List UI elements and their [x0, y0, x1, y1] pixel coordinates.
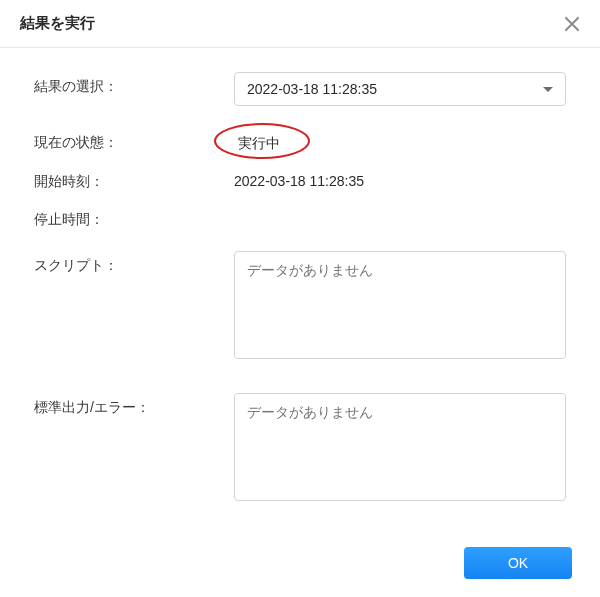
select-result-wrap: 2022-03-18 11:28:35 — [234, 72, 566, 106]
start-time-value: 2022-03-18 11:28:35 — [234, 167, 566, 189]
status-value-wrap: 実行中 — [234, 128, 566, 153]
dialog-body: 結果の選択： 2022-03-18 11:28:35 現在の状態： 実行中 開始… — [0, 48, 600, 531]
select-result-value: 2022-03-18 11:28:35 — [247, 81, 377, 97]
field-row-select-result: 結果の選択： 2022-03-18 11:28:35 — [34, 72, 566, 106]
dialog-footer: OK — [0, 531, 600, 597]
stop-time-value — [234, 205, 566, 211]
dialog-title: 結果を実行 — [20, 14, 95, 33]
stop-time-label: 停止時間： — [34, 205, 234, 229]
ok-button[interactable]: OK — [464, 547, 572, 579]
dialog-header: 結果を実行 — [0, 0, 600, 48]
status-label: 現在の状態： — [34, 128, 234, 152]
field-row-status: 現在の状態： 実行中 — [34, 128, 566, 153]
close-icon[interactable] — [564, 16, 580, 32]
stdout-textarea[interactable] — [234, 393, 566, 501]
script-textarea[interactable] — [234, 251, 566, 359]
script-label: スクリプト： — [34, 251, 234, 275]
status-value: 実行中 — [234, 135, 284, 153]
start-time-label: 開始時刻： — [34, 167, 234, 191]
field-row-script: スクリプト： — [34, 251, 566, 359]
stdout-label: 標準出力/エラー： — [34, 393, 234, 417]
select-result-dropdown[interactable]: 2022-03-18 11:28:35 — [234, 72, 566, 106]
field-row-stop-time: 停止時間： — [34, 205, 566, 229]
chevron-down-icon — [543, 87, 553, 92]
field-row-stdout: 標準出力/エラー： — [34, 393, 566, 501]
select-result-label: 結果の選択： — [34, 72, 234, 96]
field-row-start-time: 開始時刻： 2022-03-18 11:28:35 — [34, 167, 566, 191]
run-results-dialog: 結果を実行 結果の選択： 2022-03-18 11:28:35 現在の状態： … — [0, 0, 600, 597]
